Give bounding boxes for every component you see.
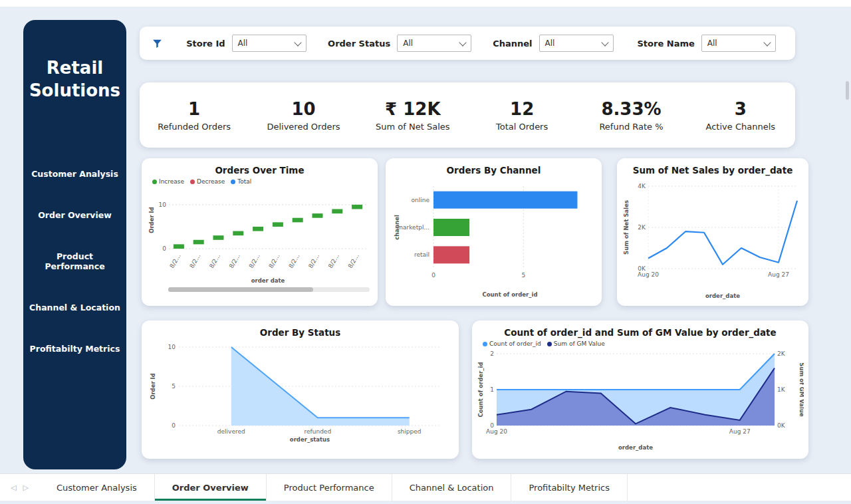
svg-text:5: 5 — [521, 272, 525, 279]
chevron-down-icon — [763, 39, 771, 46]
svg-text:1K: 1K — [777, 386, 786, 393]
legend-item: Increase — [152, 178, 184, 185]
svg-text:2K: 2K — [638, 224, 646, 231]
tab-product-performance[interactable]: Product Performance — [267, 474, 392, 501]
filter-store-id-value: All — [238, 39, 248, 48]
kpi-label: Delivered Orders — [249, 122, 358, 132]
svg-text:Order Id: Order Id — [148, 207, 155, 233]
filter-channel: Channel All — [477, 35, 630, 52]
count-and-gm-value-card: Count of order_id and Sum of GM Value by… — [472, 320, 808, 459]
sidebar-item-channel-location[interactable]: Channel & Location — [23, 303, 126, 313]
next-tab-arrow-icon[interactable]: ▷ — [23, 483, 28, 492]
net-sales-by-date-plot[interactable]: 0K2K4KAug 20Aug 27order_dateSum of Net S… — [617, 177, 808, 302]
filter-channel-dropdown[interactable]: All — [539, 35, 614, 52]
svg-text:refunded: refunded — [304, 428, 332, 435]
svg-text:8/2...: 8/2... — [227, 253, 241, 269]
svg-text:0: 0 — [162, 245, 166, 252]
legend-item: Count of order_id — [483, 340, 541, 347]
chart-legend: Count of order_idSum of GM Value — [472, 339, 808, 347]
kpi-value: 1 — [140, 99, 249, 119]
svg-text:8/2...: 8/2... — [168, 253, 182, 269]
svg-text:8/2...: 8/2... — [307, 253, 320, 269]
sidebar-item-customer-analysis[interactable]: Customer Analysis — [23, 169, 126, 179]
kpi-label: Refunded Orders — [140, 122, 249, 132]
orders-over-time-card: Orders Over Time IncreaseDecreaseTotal 0… — [142, 158, 378, 306]
sidebar-nav: Customer Analysis Order Overview Product… — [23, 169, 126, 354]
filter-store-name-label: Store Name — [637, 39, 694, 49]
svg-text:2K: 2K — [777, 350, 786, 357]
order-by-status-card: Order By Status 0510deliveredrefundedshi… — [142, 320, 459, 459]
kpi-delivered-orders: 10 Delivered Orders — [249, 99, 358, 132]
filter-order-status-value: All — [403, 39, 413, 48]
filter-order-status-label: Order Status — [328, 39, 390, 49]
kpi-refunded-orders: 1 Refunded Orders — [140, 99, 249, 132]
kpi-label: Sum of Net Sales — [358, 122, 467, 132]
tab-profitability-metrics[interactable]: Profitabilty Metrics — [511, 474, 627, 501]
kpi-label: Active Channels — [686, 122, 795, 132]
sidebar-item-product-performance[interactable]: Product Performance — [23, 251, 126, 271]
orders-over-time-plot[interactable]: 0108/2...8/2...8/2...8/2...8/2...8/2...8… — [142, 185, 378, 286]
chart-title: Order By Status — [147, 327, 453, 338]
sidebar: Retail Solutions Customer Analysis Order… — [23, 20, 126, 469]
filter-store-name-value: All — [707, 39, 717, 48]
page-scrollbar[interactable] — [846, 81, 849, 100]
orders-by-channel-card: Orders By Channel 05onlinemarketpl...ret… — [386, 158, 602, 306]
brand-title: Retail Solutions — [23, 57, 126, 102]
svg-text:Count of order_id: Count of order_id — [477, 362, 484, 417]
orders-by-channel-plot[interactable]: 05onlinemarketpl...retailCount of order_… — [386, 177, 602, 301]
svg-text:order_date: order_date — [705, 293, 740, 299]
prev-tab-arrow-icon[interactable]: ◁ — [11, 483, 16, 492]
svg-text:2: 2 — [490, 350, 494, 357]
svg-text:order date: order date — [251, 277, 285, 284]
filter-store-id: Store Id All — [170, 35, 323, 52]
filter-order-status-dropdown[interactable]: All — [397, 35, 471, 52]
kpi-label: Total Orders — [467, 122, 576, 132]
sidebar-item-order-overview[interactable]: Order Overview — [23, 210, 126, 220]
svg-text:retail: retail — [414, 251, 429, 258]
order-by-status-plot[interactable]: 0510deliveredrefundedshippedorder_status… — [142, 339, 459, 453]
svg-text:order_date: order_date — [618, 444, 653, 451]
svg-text:Aug 27: Aug 27 — [729, 428, 751, 435]
svg-text:Aug 20: Aug 20 — [638, 271, 659, 278]
chart-title: Count of order_id and Sum of GM Value by… — [477, 327, 803, 338]
count-and-gm-value-plot[interactable]: 0120K1K2KAug 20Aug 27order_dateCount of … — [472, 347, 808, 452]
svg-text:8/2...: 8/2... — [247, 253, 261, 269]
top-strip — [0, 0, 851, 7]
legend-item: Total — [231, 178, 251, 185]
svg-text:0: 0 — [431, 272, 435, 279]
filter-funnel-icon — [152, 38, 163, 49]
kpi-active-channels: 3 Active Channels — [686, 99, 795, 132]
svg-text:10: 10 — [168, 344, 176, 350]
legend-item: Sum of GM Value — [547, 340, 605, 347]
svg-text:5: 5 — [172, 383, 176, 390]
filter-store-name-dropdown[interactable]: All — [701, 35, 776, 52]
kpi-net-sales: ₹ 12K Sum of Net Sales — [358, 99, 467, 132]
svg-text:4K: 4K — [638, 183, 646, 189]
kpi-value: ₹ 12K — [358, 99, 467, 119]
filter-store-id-label: Store Id — [186, 39, 225, 49]
filter-store-name: Store Name All — [630, 35, 783, 52]
filter-channel-label: Channel — [493, 39, 532, 49]
kpi-value: 8.33% — [576, 99, 685, 119]
svg-text:channel: channel — [394, 215, 400, 240]
svg-text:0: 0 — [172, 422, 176, 429]
chart-horizontal-scrollbar[interactable] — [168, 287, 370, 292]
svg-text:Order Id: Order Id — [150, 373, 156, 400]
svg-text:marketpl...: marketpl... — [397, 224, 429, 231]
svg-text:8/2...: 8/2... — [208, 253, 221, 269]
net-sales-by-date-card: Sum of Net Sales by order_date 0K2K4KAug… — [617, 158, 808, 306]
filter-store-id-dropdown[interactable]: All — [232, 35, 306, 52]
tab-customer-analysis[interactable]: Customer Analysis — [39, 474, 155, 501]
tab-channel-location[interactable]: Channel & Location — [392, 474, 512, 501]
svg-text:Sum of GM Value: Sum of GM Value — [798, 362, 804, 417]
sidebar-item-profitability-metrics[interactable]: Profitabilty Metrics — [23, 344, 126, 354]
svg-text:8/2...: 8/2... — [287, 253, 301, 269]
svg-text:order_status: order_status — [290, 436, 330, 443]
svg-text:Aug 20: Aug 20 — [486, 428, 507, 435]
svg-text:8/2...: 8/2... — [267, 253, 281, 269]
tab-order-overview[interactable]: Order Overview — [155, 474, 267, 501]
scrollbar-thumb[interactable] — [168, 287, 313, 292]
kpi-value: 12 — [467, 99, 576, 119]
filter-channel-value: All — [545, 39, 555, 48]
brand-line1: Retail — [23, 57, 126, 80]
